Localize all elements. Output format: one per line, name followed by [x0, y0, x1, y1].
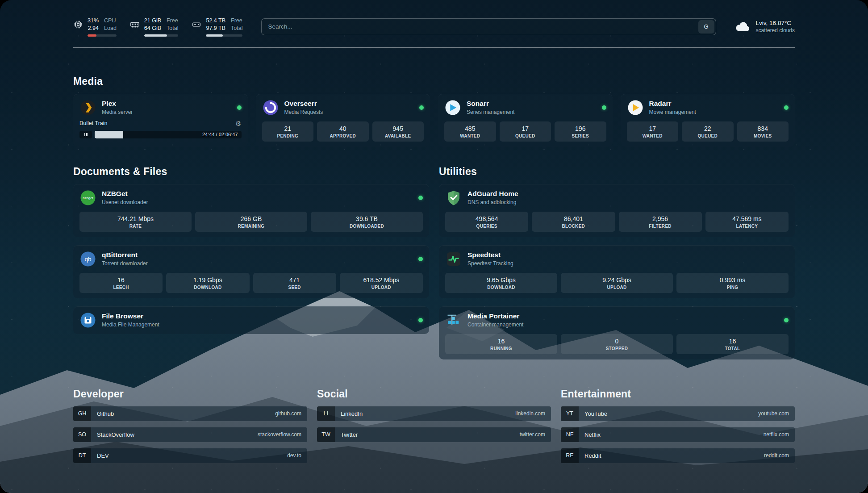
bookmark-name: Github: [97, 410, 114, 417]
service-name: Media Portainer: [467, 312, 523, 320]
weather-location: Lviv, 16.87°C: [756, 20, 795, 26]
memory-free-label: Free: [167, 17, 178, 24]
bookmark-reddit[interactable]: RE Reddit reddit.com: [561, 448, 795, 463]
service-card-radarr: Radarr Movie management 17 WANTED 22 QUE…: [621, 94, 795, 147]
stat-queries: 498,564 QUERIES: [445, 212, 528, 232]
service-link-adguard[interactable]: AdGuard Home DNS and adblocking: [445, 189, 789, 206]
section-title-social: Social: [317, 388, 551, 400]
status-dot: [784, 105, 789, 110]
stat-pending: 21 PENDING: [262, 121, 314, 142]
service-card-filebrowser: File Browser Media File Management: [73, 306, 429, 334]
service-link-speedtest[interactable]: Speedtest Speedtest Tracking: [445, 251, 789, 267]
service-link-filebrowser[interactable]: File Browser Media File Management: [79, 312, 423, 329]
section-title-utilities: Utilities: [439, 166, 795, 178]
bookmark-github[interactable]: GH Github github.com: [73, 406, 307, 421]
svg-text:nzbget: nzbget: [83, 196, 93, 200]
stat-movies: 834 MOVIES: [737, 121, 789, 142]
service-subtitle: Series management: [467, 109, 514, 115]
playback-time: 24:44 / 02:06:47: [202, 131, 238, 138]
bookmark-url: reddit.com: [764, 452, 789, 459]
memory-total-value: 64 GiB: [144, 25, 161, 32]
stat-latency: 47.569 ms LATENCY: [705, 212, 789, 232]
disk-widget: 52.4 TB Free 97.9 TB Total: [192, 17, 242, 37]
gear-icon[interactable]: ⚙: [235, 120, 241, 127]
bookmark-name: Twitter: [341, 431, 358, 438]
bookmark-name: LinkedIn: [341, 410, 363, 417]
memory-icon: [130, 20, 140, 29]
bookmark-abbr: SO: [73, 427, 91, 442]
bookmark-abbr: YT: [561, 406, 579, 421]
cpu-label: CPU: [104, 17, 117, 24]
stat-rate: 744.21 Mbps RATE: [79, 212, 192, 232]
section-social: Social LI LinkedIn linkedin.com TW Twitt…: [317, 388, 551, 469]
plex-icon: [79, 99, 96, 116]
bookmark-netflix[interactable]: NF Netflix netflix.com: [561, 427, 795, 442]
section-entertainment: Entertainment YT YouTube youtube.com NF …: [561, 388, 795, 469]
service-subtitle: Container management: [467, 322, 523, 328]
service-link-plex[interactable]: Plex Media server: [79, 99, 242, 116]
search-input[interactable]: [261, 18, 716, 35]
service-link-portainer[interactable]: Media Portainer Container management: [445, 312, 789, 329]
service-link-overseerr[interactable]: Overseerr Media Requests: [262, 99, 424, 116]
overseerr-icon: [262, 99, 279, 116]
service-name: AdGuard Home: [467, 190, 518, 198]
bookmark-linkedin[interactable]: LI LinkedIn linkedin.com: [317, 406, 551, 421]
service-link-qbittorrent[interactable]: qb qBittorrent Torrent downloader: [79, 251, 423, 267]
stat-leech: 16 LEECH: [79, 273, 163, 293]
stat-upload: 618.52 Mbps UPLOAD: [340, 273, 423, 293]
section-media: Media Plex Media server: [73, 75, 795, 147]
search-bar: G: [261, 18, 716, 35]
bookmark-url: youtube.com: [758, 410, 789, 417]
service-subtitle: Usenet downloader: [102, 199, 148, 205]
stat-download: 1.19 Gbps DOWNLOAD: [166, 273, 249, 293]
disk-free-value: 52.4 TB: [206, 17, 225, 24]
disk-free-label: Free: [231, 17, 242, 24]
service-subtitle: Media Requests: [284, 109, 323, 115]
cpu-icon: [73, 20, 83, 29]
service-subtitle: Media server: [102, 109, 133, 115]
cpu-bar-track: [88, 34, 117, 37]
service-link-nzbget[interactable]: nzbget NZBGet Usenet downloader: [79, 189, 423, 206]
stat-running: 16 RUNNING: [445, 334, 557, 354]
memory-widget: 21 GiB Free 64 GiB Total: [130, 17, 179, 37]
svg-text:qb: qb: [84, 256, 91, 263]
status-dot: [418, 257, 423, 261]
disk-icon: [192, 20, 201, 29]
stat-approved: 40 APPROVED: [317, 121, 369, 142]
section-utilities: Utilities AdGuard Home: [439, 166, 795, 368]
bookmark-abbr: LI: [317, 406, 335, 421]
service-name: Overseerr: [284, 100, 323, 108]
section-developer: Developer GH Github github.com SO StackO…: [73, 388, 307, 469]
service-link-radarr[interactable]: Radarr Movie management: [627, 99, 789, 116]
nzbget-icon: nzbget: [79, 189, 96, 206]
playback-progress-track[interactable]: 24:44 / 02:06:47: [95, 131, 242, 138]
bookmark-name: YouTube: [584, 410, 607, 417]
bookmark-youtube[interactable]: YT YouTube youtube.com: [561, 406, 795, 421]
pause-button[interactable]: [79, 131, 92, 138]
service-name: NZBGet: [102, 190, 148, 198]
bookmark-dev[interactable]: DT DEV dev.to: [73, 448, 307, 463]
filebrowser-icon: [79, 312, 96, 329]
speedtest-icon: [445, 251, 462, 267]
bookmark-abbr: TW: [317, 427, 335, 442]
portainer-icon: [445, 312, 462, 329]
playback-progress-fill: [95, 131, 123, 138]
status-dot: [784, 318, 789, 322]
section-title-documents: Documents & Files: [73, 166, 429, 178]
bookmark-twitter[interactable]: TW Twitter twitter.com: [317, 427, 551, 442]
service-link-sonarr[interactable]: Sonarr Series management: [444, 99, 606, 116]
disk-total-value: 97.9 TB: [206, 25, 225, 32]
stat-ping: 0.993 ms PING: [676, 273, 789, 293]
stat-wanted: 17 WANTED: [627, 121, 679, 142]
disk-total-label: Total: [231, 25, 242, 32]
service-subtitle: Speedtest Tracking: [467, 260, 513, 267]
memory-total-label: Total: [167, 25, 178, 32]
now-playing-title: Bullet Train: [79, 120, 108, 126]
service-card-speedtest: Speedtest Speedtest Tracking 9.65 Gbps D…: [439, 245, 795, 298]
bookmark-stackoverflow[interactable]: SO StackOverflow stackoverflow.com: [73, 427, 307, 442]
topbar: 31% CPU 2.94 Load: [73, 17, 795, 37]
service-name: Radarr: [649, 100, 696, 108]
bookmark-abbr: GH: [73, 406, 91, 421]
search-provider-button[interactable]: G: [698, 20, 714, 33]
service-subtitle: DNS and adblocking: [467, 199, 518, 205]
